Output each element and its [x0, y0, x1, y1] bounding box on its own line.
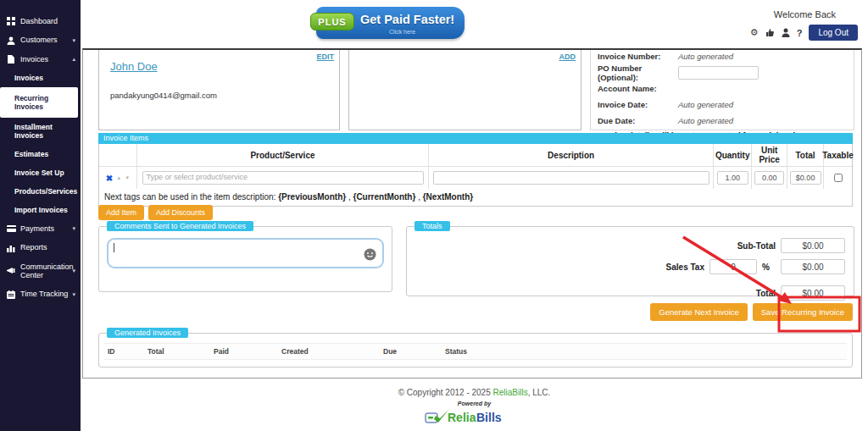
description-input[interactable]	[433, 171, 709, 185]
tag-current-month: {CurrentMonth}	[353, 192, 415, 202]
sidebar-item-label: Time Tracking	[20, 290, 68, 298]
total-label: Total	[415, 289, 776, 298]
emoji-icon[interactable]	[364, 248, 376, 261]
sidebar-item-invoices[interactable]: Invoices ▴	[0, 50, 81, 69]
sidebar-item-label: Dashboard	[20, 17, 58, 25]
subtotal-label: Sub-Total	[415, 241, 776, 251]
powered-by-text: Powered by	[81, 401, 868, 406]
account-person-icon[interactable]	[782, 28, 790, 37]
sidebar-item-payments[interactable]: Payments ▾	[0, 219, 81, 238]
generate-next-invoice-button[interactable]: Generate Next Invoice	[650, 303, 748, 321]
totals-legend: Totals	[415, 221, 450, 231]
unit-price-input[interactable]	[754, 171, 784, 185]
totals-fieldset: Totals Sub-Total Sales Tax % Total	[406, 221, 854, 296]
reliabills-logo[interactable]: Relia Bills	[424, 407, 526, 429]
sidebar-item-customers[interactable]: Customers ▾	[0, 30, 81, 49]
move-row-up-icon[interactable]: ▲	[116, 175, 121, 180]
generated-invoices-fieldset: Generated Invoices ID Total Paid Created…	[98, 328, 853, 367]
account-name-label: Account Name:	[598, 84, 678, 93]
welcome-text: Welcome Back	[750, 9, 836, 19]
customer-panel: EDIT John Doe pandakyung0414@gmail.com	[98, 50, 340, 130]
chevron-down-icon: ▾	[72, 37, 75, 44]
sales-tax-rate-input[interactable]	[709, 259, 757, 274]
sidebar-item-label: Payments	[20, 224, 54, 233]
sidebar-subitem-products-services[interactable]: Products/Services	[0, 182, 81, 201]
product-service-input[interactable]	[142, 171, 424, 185]
row-total-input[interactable]	[790, 171, 821, 185]
delete-row-icon[interactable]: ✖	[106, 174, 113, 183]
tags-note-prefix: Next tags can be used in the item descri…	[104, 192, 275, 202]
invoice-number-label: Invoice Number:	[598, 52, 678, 61]
subtotal-value[interactable]	[781, 238, 845, 253]
banner-title: Get Paid Faster!	[360, 13, 454, 26]
logo-relia-text: Relia	[448, 411, 476, 424]
gen-col-paid: Paid	[214, 347, 281, 356]
copyright-prefix: © Copyright 2012 - 2025	[398, 388, 493, 397]
quantity-input[interactable]	[717, 171, 748, 185]
tag-separator: ,	[418, 192, 420, 202]
gen-col-created: Created	[281, 347, 383, 356]
logo-bills-text: Bills	[476, 411, 502, 424]
generated-invoices-legend: Generated Invoices	[107, 328, 188, 338]
description-header: Description	[429, 144, 714, 167]
invoice-date-value: Auto generated	[678, 100, 733, 109]
tag-previous-month: {PreviousMonth}	[278, 192, 346, 202]
product-service-header: Product/Service	[137, 144, 429, 167]
sidebar-subitem-invoice-set-up[interactable]: Invoice Set Up	[0, 163, 81, 182]
po-number-input[interactable]	[678, 66, 759, 80]
chevron-down-icon: ▾	[72, 291, 75, 298]
reports-icon	[7, 244, 16, 252]
invoice-date-label: Invoice Date:	[598, 100, 678, 109]
time-tracking-icon	[7, 290, 16, 299]
thumbs-up-icon[interactable]	[765, 28, 775, 37]
sidebar-item-reports[interactable]: Reports	[0, 238, 81, 257]
invoice-number-value: Auto generated	[678, 52, 733, 61]
sidebar-subitem-invoices[interactable]: Invoices	[0, 69, 81, 87]
chevron-up-icon: ▴	[72, 56, 75, 63]
get-paid-faster-banner[interactable]: PLUS Get Paid Faster! Click here	[316, 7, 465, 39]
top-header: PLUS Get Paid Faster! Click here Welcome…	[81, 0, 868, 48]
recurring-invoice-card: EDIT John Doe pandakyung0414@gmail.com A…	[82, 48, 862, 379]
percent-sign: %	[762, 262, 776, 272]
sidebar-item-dashboard[interactable]: Dashboard	[0, 12, 81, 30]
footer: © Copyright 2012 - 2025 ReliaBills, LLC.…	[81, 388, 868, 429]
sidebar-item-label: Communication Center	[20, 262, 68, 280]
invoice-items-header: Invoice Items	[98, 133, 853, 144]
due-date-label: Due Date:	[598, 116, 678, 125]
gen-col-total: Total	[147, 347, 214, 356]
add-link[interactable]: ADD	[559, 52, 576, 61]
sidebar-item-label: Reports	[20, 243, 47, 251]
customer-name-link[interactable]: John Doe	[110, 60, 158, 73]
settings-gear-icon[interactable]: ⚙	[750, 28, 759, 37]
sidebar-item-communication-center[interactable]: Communication Center ▾	[0, 257, 81, 285]
sidebar-subitem-recurring-invoices[interactable]: Recurring Invoices	[0, 87, 78, 118]
total-header: Total	[787, 144, 824, 167]
invoice-item-row: ✖ ▲ ▼	[99, 167, 852, 189]
sidebar-item-time-tracking[interactable]: Time Tracking ▾	[0, 285, 81, 303]
save-recurring-invoice-button[interactable]: Save Recurring Invoice	[753, 303, 853, 321]
edit-customer-link[interactable]: EDIT	[316, 52, 334, 61]
additional-info-panel: ADD	[348, 50, 581, 130]
gen-col-id: ID	[104, 347, 147, 356]
invoice-details-panel: Invoice Number: Auto generated PO Number…	[590, 50, 854, 130]
help-icon[interactable]: ?	[797, 28, 803, 38]
copyright-suffix: , LLC.	[528, 388, 551, 397]
sidebar-subitem-installment-invoices[interactable]: Installment Invoices	[0, 118, 81, 145]
add-item-button[interactable]: Add Item	[98, 205, 144, 220]
description-tags-note: Next tags can be used in the item descri…	[99, 189, 852, 206]
logout-button[interactable]: Log Out	[809, 25, 858, 41]
sidebar-subitem-import-invoices[interactable]: Import Invoices	[0, 201, 81, 219]
comments-input[interactable]	[107, 238, 384, 268]
reliabills-link[interactable]: ReliaBills	[493, 388, 528, 397]
customer-email: pandakyung0414@gmail.com	[110, 91, 217, 100]
taxable-checkbox[interactable]	[834, 174, 843, 182]
invoice-items-header-row: Product/Service Description Quantity Uni…	[99, 144, 852, 167]
sales-tax-amount-value[interactable]	[781, 259, 845, 274]
invoices-icon	[7, 55, 16, 64]
row-controls-header	[99, 144, 137, 167]
sidebar-subitem-estimates[interactable]: Estimates	[0, 145, 81, 163]
move-row-down-icon[interactable]: ▼	[125, 175, 130, 180]
banner-click-here[interactable]: Click here	[389, 29, 415, 35]
add-discounts-button[interactable]: Add Discounts	[148, 205, 213, 220]
total-value[interactable]	[781, 285, 845, 301]
